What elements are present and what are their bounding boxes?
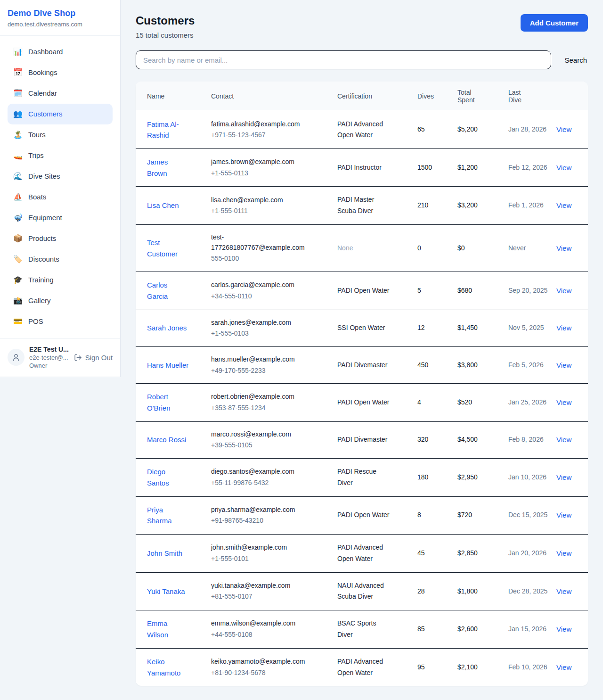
sidebar-item-dashboard[interactable]: 📊 Dashboard [8, 41, 113, 62]
customer-name-link[interactable]: Test Customer [147, 239, 178, 258]
sidebar-item-label: Customers [28, 108, 63, 120]
sidebar-item-label: Trips [28, 150, 44, 161]
sidebar-item-calendar[interactable]: 🗓️ Calendar [8, 83, 113, 104]
customer-email: robert.obrien@example.com [211, 392, 313, 402]
customer-name-link[interactable]: Diego Santos [147, 468, 169, 487]
view-link[interactable]: View [556, 587, 571, 595]
customer-name-link[interactable]: Emma Wilson [147, 619, 168, 639]
total-spent-cell: $3,800 [452, 346, 503, 383]
column-header-name: Name [136, 82, 205, 111]
view-link[interactable]: View [556, 244, 571, 252]
view-link[interactable]: View [556, 287, 571, 295]
sidebar-item-pos[interactable]: 💳 POS [8, 311, 113, 332]
view-link[interactable]: View [556, 164, 571, 172]
dives-cell: 85 [412, 610, 452, 649]
sidebar-item-customers[interactable]: 👥 Customers [8, 104, 113, 124]
search-row: Search [136, 50, 588, 69]
sidebar-item-boats[interactable]: ⛵ Boats [8, 187, 113, 207]
table-row: Carlos Garcia carlos.garcia@example.com … [136, 272, 588, 310]
view-link[interactable]: View [556, 549, 571, 557]
equipment-icon: 🤿 [13, 213, 23, 222]
sign-out-label: Sign Out [85, 354, 113, 362]
customer-name-link[interactable]: Marco Rossi [147, 436, 186, 444]
view-link[interactable]: View [556, 361, 571, 369]
contact-cell: john.smith@example.com +1-555-0101 [205, 534, 332, 572]
table-row: Diego Santos diego.santos@example.com +5… [136, 459, 588, 497]
view-link[interactable]: View [556, 398, 571, 406]
customer-email: diego.santos@example.com [211, 467, 313, 477]
gallery-icon: 📸 [13, 296, 23, 305]
dives-cell: 28 [412, 572, 452, 610]
boats-icon: ⛵ [13, 192, 23, 202]
contact-cell: yuki.tanaka@example.com +81-555-0107 [205, 572, 332, 610]
customer-name-link[interactable]: John Smith [147, 549, 182, 557]
last-dive-cell: Jan 28, 2026 [503, 111, 551, 149]
sign-out-button[interactable]: Sign Out [74, 354, 113, 362]
add-customer-button[interactable]: Add Customer [521, 14, 588, 32]
sidebar-item-bookings[interactable]: 📅 Bookings [8, 62, 113, 83]
customer-email: marco.rossi@example.com [211, 429, 313, 440]
customer-name-link[interactable]: Fatima Al-Rashid [147, 120, 179, 140]
page-subtitle: 15 total customers [136, 31, 195, 39]
customer-phone: +1-555-0101 [211, 554, 313, 564]
view-link[interactable]: View [556, 663, 571, 671]
total-spent-cell: $2,600 [452, 610, 503, 649]
customer-name-link[interactable]: Keiko Yamamoto [147, 658, 180, 677]
certification-cell: PADI Open Water [332, 272, 412, 310]
view-link[interactable]: View [556, 324, 571, 332]
customer-name-link[interactable]: Sarah Jones [147, 324, 187, 332]
customer-name-link[interactable]: Hans Mueller [147, 361, 188, 369]
contact-cell: keiko.yamamoto@example.com +81-90-1234-5… [205, 648, 332, 686]
total-spent-cell: $1,800 [452, 572, 503, 610]
sidebar-item-products[interactable]: 📦 Products [8, 228, 113, 249]
customer-phone: +55-11-99876-5432 [211, 478, 313, 488]
contact-cell: hans.mueller@example.com +49-170-555-223… [205, 346, 332, 383]
customer-email: emma.wilson@example.com [211, 618, 313, 629]
view-link[interactable]: View [556, 436, 571, 444]
table-row: Robert O'Brien robert.obrien@example.com… [136, 384, 588, 421]
certification-cell: PADI Rescue Diver [332, 459, 412, 497]
sidebar-item-dive-sites[interactable]: 🌊 Dive Sites [8, 166, 113, 187]
customer-name-link[interactable]: Priya Sharma [147, 506, 172, 525]
customer-name-link[interactable]: Robert O'Brien [147, 393, 171, 412]
sidebar-item-gallery[interactable]: 📸 Gallery [8, 290, 113, 311]
customer-email: john.smith@example.com [211, 543, 313, 553]
total-spent-cell: $720 [452, 496, 503, 534]
customer-phone: +1-555-0103 [211, 329, 313, 339]
customer-name-link[interactable]: Yuki Tanaka [147, 587, 185, 595]
table-row: Test Customer test-1772681807767@example… [136, 225, 588, 272]
sidebar-item-trips[interactable]: 🚤 Trips [8, 145, 113, 166]
contact-cell: james.brown@example.com +1-555-0113 [205, 149, 332, 187]
dive-sites-icon: 🌊 [13, 172, 23, 181]
customer-email: keiko.yamamoto@example.com [211, 657, 313, 667]
customer-email: priya.sharma@example.com [211, 505, 313, 515]
contact-cell: robert.obrien@example.com +353-87-555-12… [205, 384, 332, 421]
sidebar-item-training[interactable]: 🎓 Training [8, 270, 113, 290]
customer-name-link[interactable]: James Brown [147, 158, 168, 177]
last-dive-cell: Dec 28, 2025 [503, 572, 551, 610]
pos-icon: 💳 [13, 317, 23, 326]
customers-table-card: Name Contact Certification Dives Total S… [136, 82, 588, 686]
sidebar-item-equipment[interactable]: 🤿 Equipment [8, 207, 113, 228]
sidebar-user-section: E2E Test U... e2e-tester@... Owner Sign … [0, 338, 120, 377]
view-link[interactable]: View [556, 625, 571, 633]
view-link[interactable]: View [556, 511, 571, 519]
sidebar-item-tours[interactable]: 🏝️ Tours [8, 124, 113, 145]
sidebar-item-label: Tours [28, 129, 46, 140]
customer-name-link[interactable]: Carlos Garcia [147, 281, 168, 300]
search-button[interactable]: Search [563, 54, 588, 66]
sidebar-item-label: Dashboard [28, 46, 63, 58]
sidebar-item-discounts[interactable]: 🏷️ Discounts [8, 249, 113, 270]
table-row: Sarah Jones sarah.jones@example.com +1-5… [136, 310, 588, 346]
products-icon: 📦 [13, 234, 23, 243]
training-icon: 🎓 [13, 275, 23, 285]
customer-phone: +1-555-0111 [211, 206, 313, 216]
dives-cell: 210 [412, 187, 452, 225]
sidebar-item-label: Boats [28, 191, 46, 203]
view-link[interactable]: View [556, 473, 571, 481]
search-input[interactable] [136, 50, 551, 69]
dives-cell: 4 [412, 384, 452, 421]
customer-name-link[interactable]: Lisa Chen [147, 201, 179, 209]
view-link[interactable]: View [556, 201, 571, 209]
view-link[interactable]: View [556, 125, 571, 133]
